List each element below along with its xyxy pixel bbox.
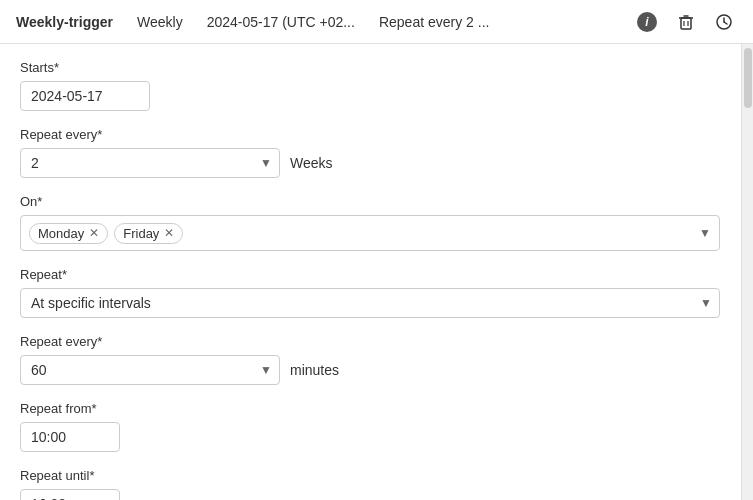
repeat-every-weeks-group: Repeat every* 1 2 3 4 ▼ Weeks [20, 127, 721, 178]
repeat-every-minutes-select-wrapper: 15 30 60 120 ▼ [20, 355, 280, 385]
tag-friday: Friday ✕ [114, 223, 183, 244]
svg-line-7 [724, 22, 727, 24]
trigger-type: Weekly [137, 14, 183, 30]
repeat-every-minutes-select[interactable]: 15 30 60 120 [20, 355, 280, 385]
scrollbar-track[interactable] [741, 44, 753, 500]
repeat-every-minutes-label: Repeat every* [20, 334, 721, 349]
repeat-from-input[interactable] [20, 422, 120, 452]
repeat-every-weeks-select[interactable]: 1 2 3 4 [20, 148, 280, 178]
starts-label: Starts* [20, 60, 721, 75]
info-button[interactable]: i [633, 8, 661, 36]
info-icon: i [637, 12, 657, 32]
delete-button[interactable] [673, 9, 699, 35]
repeat-select-wrapper: At specific intervals At specific times … [20, 288, 720, 318]
trigger-repeat-summary: Repeat every 2 ... [379, 14, 490, 30]
clock-button[interactable] [711, 9, 737, 35]
repeat-every-weeks-row: 1 2 3 4 ▼ Weeks [20, 148, 721, 178]
repeat-every-weeks-label: Repeat every* [20, 127, 721, 142]
starts-group: Starts* [20, 60, 721, 111]
on-label: On* [20, 194, 721, 209]
tag-monday: Monday ✕ [29, 223, 108, 244]
tag-monday-remove[interactable]: ✕ [89, 227, 99, 239]
trash-icon [677, 13, 695, 31]
repeat-every-minutes-row: 15 30 60 120 ▼ minutes [20, 355, 721, 385]
repeat-from-group: Repeat from* [20, 401, 721, 452]
trigger-date: 2024-05-17 (UTC +02... [207, 14, 355, 30]
repeat-every-weeks-select-wrapper: 1 2 3 4 ▼ [20, 148, 280, 178]
on-group: On* Monday ✕ Friday ✕ ▼ [20, 194, 721, 251]
main-panel: Starts* Repeat every* 1 2 3 4 ▼ Weeks [0, 44, 741, 500]
repeat-until-input[interactable] [20, 489, 120, 500]
trigger-name: Weekly-trigger [16, 14, 113, 30]
clock-icon [715, 13, 733, 31]
scrollbar-thumb[interactable] [744, 48, 752, 108]
weeks-unit-label: Weeks [290, 155, 333, 171]
svg-rect-0 [681, 18, 691, 29]
repeat-from-label: Repeat from* [20, 401, 721, 416]
repeat-group: Repeat* At specific intervals At specifi… [20, 267, 721, 318]
repeat-every-minutes-group: Repeat every* 15 30 60 120 ▼ minutes [20, 334, 721, 385]
repeat-label: Repeat* [20, 267, 721, 282]
repeat-select[interactable]: At specific intervals At specific times [20, 288, 720, 318]
minutes-unit-label: minutes [290, 362, 339, 378]
header-actions: i [633, 8, 737, 36]
tag-friday-remove[interactable]: ✕ [164, 227, 174, 239]
days-dropdown-arrow: ▼ [699, 226, 711, 240]
days-tags-input[interactable]: Monday ✕ Friday ✕ ▼ [20, 215, 720, 251]
repeat-until-label: Repeat until* [20, 468, 721, 483]
tag-monday-label: Monday [38, 226, 84, 241]
repeat-until-group: Repeat until* [20, 468, 721, 500]
content: Starts* Repeat every* 1 2 3 4 ▼ Weeks [0, 44, 753, 500]
header: Weekly-trigger Weekly 2024-05-17 (UTC +0… [0, 0, 753, 44]
starts-input[interactable] [20, 81, 150, 111]
tag-friday-label: Friday [123, 226, 159, 241]
